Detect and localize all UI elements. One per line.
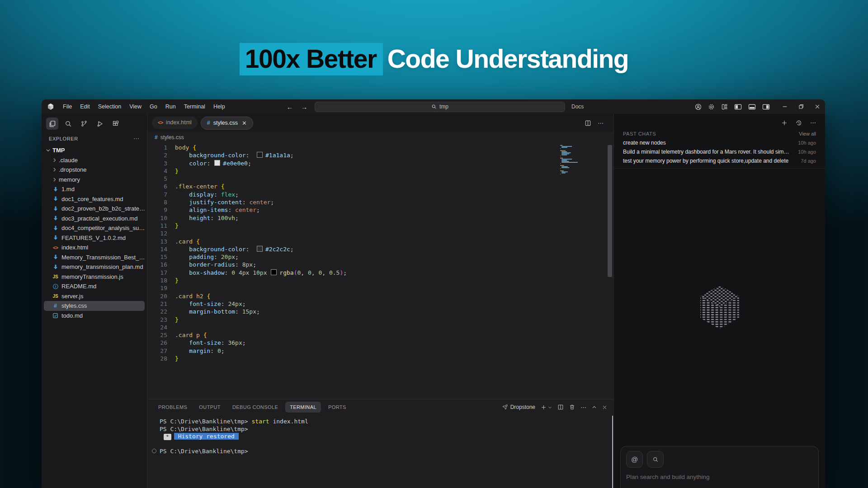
window-minimize-button[interactable] xyxy=(782,103,788,110)
customize-layout-icon[interactable] xyxy=(721,103,728,110)
terminal-profile[interactable]: Dropstone xyxy=(502,404,535,410)
dotted-cube-logo xyxy=(698,283,741,331)
dropstone-rocket-icon xyxy=(502,404,508,410)
editor-more-actions-icon[interactable]: ⋯ xyxy=(598,120,604,127)
file-row[interactable]: #styles.css xyxy=(44,301,145,311)
file-row[interactable]: .dropstone xyxy=(42,165,147,175)
file-row[interactable]: <>index.html xyxy=(42,243,147,253)
chat-row[interactable]: test your memory power by performing qui… xyxy=(614,156,825,165)
editor-tab-styles.css[interactable]: #styles.css✕ xyxy=(201,117,253,130)
code-line: 2 background-color: #1a1a1a; xyxy=(147,151,613,159)
nav-back-button[interactable]: ← xyxy=(286,103,294,111)
panel-tab-ports[interactable]: PORTS xyxy=(324,402,351,413)
split-editor-icon[interactable] xyxy=(585,120,591,127)
file-row[interactable]: memory_transmission_plan.md xyxy=(42,262,147,272)
editor-tab-index.html[interactable]: <>index.html xyxy=(152,117,198,129)
kill-terminal-trash-icon[interactable] xyxy=(569,404,575,410)
account-icon[interactable] xyxy=(695,103,702,110)
toggle-secondary-sidebar-icon[interactable] xyxy=(762,103,770,110)
docs-button[interactable]: Docs xyxy=(571,103,584,110)
code-line: 16 border-radius: 8px; xyxy=(147,261,613,268)
activity-extensions-icon[interactable] xyxy=(109,117,122,130)
menu-run[interactable]: Run xyxy=(161,102,180,111)
activity-search-icon[interactable] xyxy=(62,117,74,130)
toggle-panel-icon[interactable] xyxy=(748,103,756,110)
panel-tab-bar: PROBLEMSOUTPUTDEBUG CONSOLETERMINALPORTS… xyxy=(147,399,613,415)
explorer-more-actions-icon[interactable]: ⋯ xyxy=(133,135,140,142)
html-file-icon: <> xyxy=(158,119,163,126)
terminal-prompt-circle-icon xyxy=(152,449,156,453)
code-line: 15 padding: 20px; xyxy=(147,253,613,261)
code-line: 10 height: 100vh; xyxy=(147,214,613,222)
file-row[interactable]: 1.md xyxy=(42,184,147,194)
menu-view[interactable]: View xyxy=(125,102,146,111)
activity-source-control-icon[interactable] xyxy=(78,117,90,130)
file-row[interactable]: doc4_competitor_analysis_superior_s... xyxy=(42,223,147,233)
markdown-file-icon xyxy=(52,254,59,260)
maximize-panel-chevron-icon[interactable] xyxy=(592,405,597,410)
nav-forward-button[interactable]: → xyxy=(300,103,308,111)
new-chat-plus-icon[interactable] xyxy=(781,120,788,126)
split-terminal-icon[interactable] xyxy=(557,404,564,410)
folder-row-root[interactable]: TMP xyxy=(42,145,147,155)
panel-tab-problems[interactable]: PROBLEMS xyxy=(154,402,192,413)
code-line: 24 xyxy=(147,324,613,331)
editor-scrollbar[interactable] xyxy=(608,145,612,277)
code-line: 1body { xyxy=(147,144,613,151)
panel-tab-debug-console[interactable]: DEBUG CONSOLE xyxy=(228,402,283,413)
file-row[interactable]: doc2_proven_b2b_b2c_strategies.md xyxy=(42,204,147,214)
close-tab-icon[interactable]: ✕ xyxy=(242,120,247,127)
view-all-link[interactable]: View all xyxy=(799,131,816,136)
panel-more-actions-icon[interactable]: ⋯ xyxy=(810,119,816,126)
file-row[interactable]: memory xyxy=(42,175,147,185)
chat-row[interactable]: create new nodes10h ago xyxy=(614,138,825,147)
menu-help[interactable]: Help xyxy=(209,102,229,111)
breadcrumb[interactable]: # styles.css xyxy=(147,132,613,142)
terminal-output[interactable]: PS C:\Drive\Bankline\tmp> start index.ht… xyxy=(147,415,613,488)
command-search-input[interactable]: tmp xyxy=(315,102,565,112)
file-row[interactable]: .claude xyxy=(42,155,147,165)
terminal-scrollbar[interactable] xyxy=(612,416,613,488)
chat-history-icon[interactable] xyxy=(796,120,802,126)
menu-selection[interactable]: Selection xyxy=(94,102,125,111)
window-close-button[interactable] xyxy=(814,103,821,110)
code-line: 11} xyxy=(147,222,613,230)
chat-input-card[interactable]: @ Plan search and build anything xyxy=(620,446,819,488)
minimap[interactable] xyxy=(560,145,590,177)
file-row[interactable]: JSmemoryTransmission.js xyxy=(42,272,147,282)
menu-edit[interactable]: Edit xyxy=(76,102,94,111)
hero-rest-text: Code Understanding xyxy=(387,44,629,73)
sidebar-explorer: EXPLORER ⋯ TMP.claude.dropstonememory1.m… xyxy=(42,114,147,488)
file-row[interactable]: FEATURES_V_1.0.2.md xyxy=(42,233,147,243)
menu-file[interactable]: File xyxy=(59,102,76,111)
close-panel-icon[interactable] xyxy=(602,405,607,410)
panel-tab-terminal[interactable]: TERMINAL xyxy=(285,402,321,413)
chat-input-placeholder: Plan search and build anything xyxy=(626,474,813,480)
settings-gear-icon[interactable] xyxy=(708,103,715,110)
terminal-badge: * xyxy=(164,434,171,440)
mention-at-button[interactable]: @ xyxy=(626,451,643,468)
file-row[interactable]: Memory_Transmission_Best_Practice... xyxy=(42,253,147,263)
markdown-file-icon xyxy=(52,225,59,231)
chat-search-button[interactable] xyxy=(647,451,664,468)
file-row[interactable]: doc3_practical_execution.md xyxy=(42,214,147,224)
new-terminal-button[interactable] xyxy=(541,404,552,410)
window-restore-button[interactable] xyxy=(798,103,804,110)
file-row[interactable]: todo.md xyxy=(42,311,147,321)
terminal-more-actions-icon[interactable]: ⋯ xyxy=(580,404,586,411)
terminal-line xyxy=(160,441,613,448)
file-row[interactable]: JSserver.js xyxy=(42,291,147,301)
menu-go[interactable]: Go xyxy=(146,102,161,111)
code-line: 8 justify-content: center; xyxy=(147,198,613,206)
chat-row[interactable]: Build a minimal telemetry dashboard for … xyxy=(614,147,825,156)
history-restored-highlight: History restored xyxy=(174,433,239,440)
activity-run-debug-icon[interactable] xyxy=(94,117,106,130)
code-editor[interactable]: 1body {2 background-color: #1a1a1a;3 col… xyxy=(147,142,613,362)
toggle-sidebar-icon[interactable] xyxy=(734,103,742,110)
panel-tab-output[interactable]: OUTPUT xyxy=(194,402,225,413)
menu-terminal[interactable]: Terminal xyxy=(180,102,209,111)
file-row[interactable]: doc1_core_features.md xyxy=(42,194,147,204)
file-row[interactable]: README.md xyxy=(42,282,147,291)
markdown-file-icon xyxy=(52,264,59,270)
activity-explorer-icon[interactable] xyxy=(46,117,58,130)
